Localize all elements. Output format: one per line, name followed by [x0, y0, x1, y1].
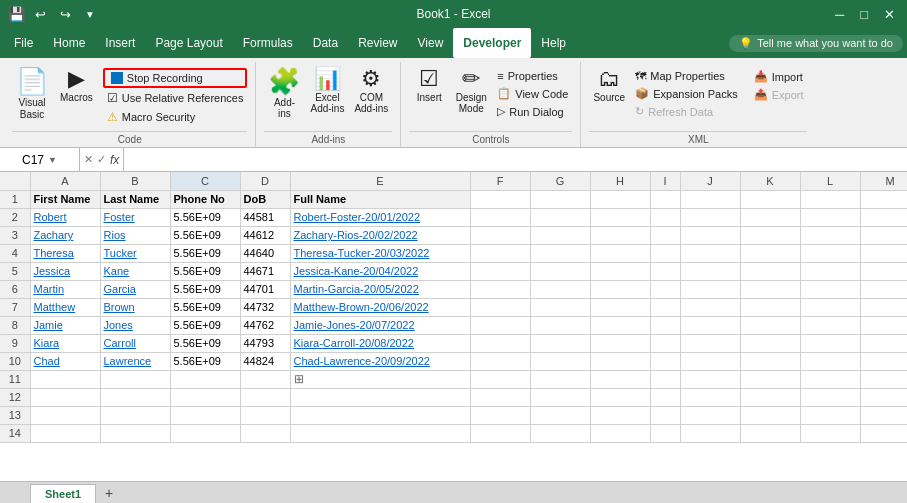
cell-4-0[interactable]: Theresa: [30, 244, 100, 262]
cell-13-11[interactable]: [800, 406, 860, 424]
cell-6-4[interactable]: Martin-Garcia-20/05/2022: [290, 280, 470, 298]
cell-5-6[interactable]: [530, 262, 590, 280]
col-header-g[interactable]: G: [530, 172, 590, 190]
source-btn[interactable]: 🗂 Source: [589, 64, 629, 105]
cell-11-3[interactable]: [240, 370, 290, 388]
cell-3-3[interactable]: 44612: [240, 226, 290, 244]
cell-1-11[interactable]: [800, 190, 860, 208]
cell-9-12[interactable]: [860, 334, 907, 352]
cell-11-4[interactable]: ⊞: [290, 370, 470, 388]
cell-2-7[interactable]: [590, 208, 650, 226]
cell-11-11[interactable]: [800, 370, 860, 388]
cell-3-5[interactable]: [470, 226, 530, 244]
cell-2-4[interactable]: Robert-Foster-20/01/2022: [290, 208, 470, 226]
cell-5-3[interactable]: 44671: [240, 262, 290, 280]
cell-1-3[interactable]: DoB: [240, 190, 290, 208]
maximize-btn[interactable]: □: [856, 5, 872, 24]
row-header-4[interactable]: 4: [0, 244, 30, 262]
cell-11-12[interactable]: [860, 370, 907, 388]
cell-4-10[interactable]: [740, 244, 800, 262]
row-header-7[interactable]: 7: [0, 298, 30, 316]
col-header-d[interactable]: D: [240, 172, 290, 190]
cell-6-3[interactable]: 44701: [240, 280, 290, 298]
cell-8-0[interactable]: Jamie: [30, 316, 100, 334]
cell-13-1[interactable]: [100, 406, 170, 424]
cell-4-6[interactable]: [530, 244, 590, 262]
cell-5-9[interactable]: [680, 262, 740, 280]
cell-1-4[interactable]: Full Name: [290, 190, 470, 208]
cell-14-2[interactable]: [170, 424, 240, 442]
cell-4-3[interactable]: 44640: [240, 244, 290, 262]
cell-12-0[interactable]: [30, 388, 100, 406]
cell-10-9[interactable]: [680, 352, 740, 370]
row-header-11[interactable]: 11: [0, 370, 30, 388]
cell-6-6[interactable]: [530, 280, 590, 298]
row-header-3[interactable]: 3: [0, 226, 30, 244]
menu-home[interactable]: Home: [43, 28, 95, 58]
cell-12-9[interactable]: [680, 388, 740, 406]
sheet-tab-sheet1[interactable]: Sheet1: [30, 484, 96, 503]
cell-14-8[interactable]: [650, 424, 680, 442]
cell-9-7[interactable]: [590, 334, 650, 352]
save-icon[interactable]: 💾: [8, 6, 25, 22]
col-header-c[interactable]: C: [170, 172, 240, 190]
cell-4-12[interactable]: [860, 244, 907, 262]
col-header-h[interactable]: H: [590, 172, 650, 190]
cell-10-4[interactable]: Chad-Lawrence-20/09/2022: [290, 352, 470, 370]
cell-11-10[interactable]: [740, 370, 800, 388]
col-header-j[interactable]: J: [680, 172, 740, 190]
row-header-14[interactable]: 14: [0, 424, 30, 442]
cell-3-10[interactable]: [740, 226, 800, 244]
cell-13-6[interactable]: [530, 406, 590, 424]
cell-13-5[interactable]: [470, 406, 530, 424]
col-header-e[interactable]: E: [290, 172, 470, 190]
redo-btn[interactable]: ↪: [56, 5, 75, 24]
cell-7-11[interactable]: [800, 298, 860, 316]
cell-14-3[interactable]: [240, 424, 290, 442]
excel-add-ins-btn[interactable]: 📊 ExcelAdd-ins: [306, 64, 348, 116]
cell-13-12[interactable]: [860, 406, 907, 424]
cell-5-10[interactable]: [740, 262, 800, 280]
cell-14-7[interactable]: [590, 424, 650, 442]
cell-13-4[interactable]: [290, 406, 470, 424]
insert-btn[interactable]: ☑ Insert: [409, 64, 449, 105]
cell-2-0[interactable]: Robert: [30, 208, 100, 226]
col-header-b[interactable]: B: [100, 172, 170, 190]
cell-7-6[interactable]: [530, 298, 590, 316]
use-relative-btn[interactable]: ☑ Use Relative References: [103, 89, 248, 107]
cell-11-9[interactable]: [680, 370, 740, 388]
cell-1-8[interactable]: [650, 190, 680, 208]
name-box-dropdown[interactable]: ▼: [48, 155, 57, 165]
cell-6-0[interactable]: Martin: [30, 280, 100, 298]
menu-insert[interactable]: Insert: [95, 28, 145, 58]
cell-5-8[interactable]: [650, 262, 680, 280]
cell-3-4[interactable]: Zachary-Rios-20/02/2022: [290, 226, 470, 244]
cell-2-5[interactable]: [470, 208, 530, 226]
cell-12-8[interactable]: [650, 388, 680, 406]
cell-2-1[interactable]: Foster: [100, 208, 170, 226]
cell-6-7[interactable]: [590, 280, 650, 298]
cell-10-1[interactable]: Lawrence: [100, 352, 170, 370]
row-header-12[interactable]: 12: [0, 388, 30, 406]
cell-12-12[interactable]: [860, 388, 907, 406]
minimize-btn[interactable]: ─: [831, 5, 848, 24]
cell-4-7[interactable]: [590, 244, 650, 262]
cell-5-5[interactable]: [470, 262, 530, 280]
stop-recording-btn[interactable]: Stop Recording: [103, 68, 248, 88]
cell-13-8[interactable]: [650, 406, 680, 424]
cell-7-7[interactable]: [590, 298, 650, 316]
cell-12-3[interactable]: [240, 388, 290, 406]
close-btn[interactable]: ✕: [880, 5, 899, 24]
cancel-formula-btn[interactable]: ✕: [84, 153, 93, 166]
menu-developer[interactable]: Developer: [453, 28, 531, 58]
col-header-f[interactable]: F: [470, 172, 530, 190]
cell-12-4[interactable]: [290, 388, 470, 406]
cell-12-10[interactable]: [740, 388, 800, 406]
cell-7-4[interactable]: Matthew-Brown-20/06/2022: [290, 298, 470, 316]
cell-7-1[interactable]: Brown: [100, 298, 170, 316]
design-mode-btn[interactable]: ✏ DesignMode: [451, 64, 491, 116]
cell-10-0[interactable]: Chad: [30, 352, 100, 370]
cell-3-2[interactable]: 5.56E+09: [170, 226, 240, 244]
cell-8-7[interactable]: [590, 316, 650, 334]
cell-14-11[interactable]: [800, 424, 860, 442]
